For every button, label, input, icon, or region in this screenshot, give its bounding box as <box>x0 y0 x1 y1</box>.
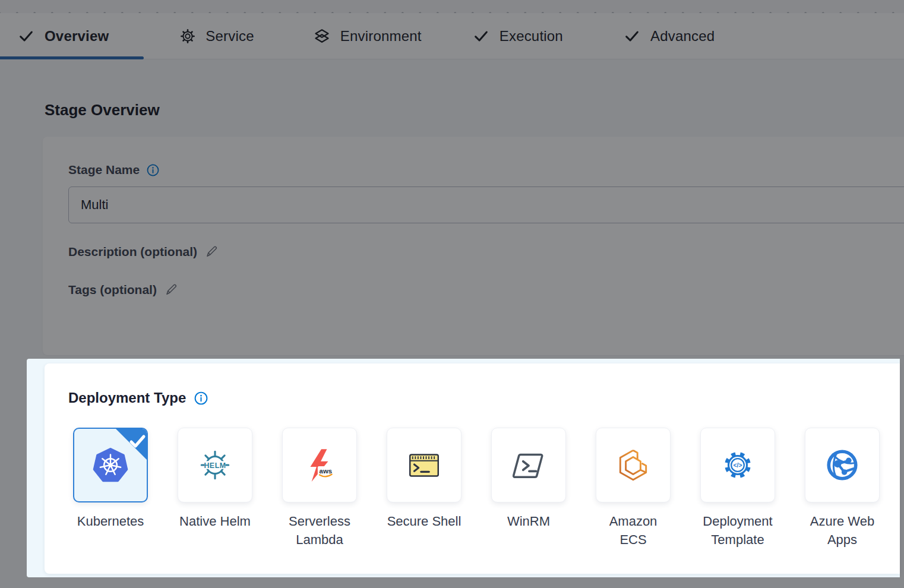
deployment-option-label: Amazon ECS <box>596 512 671 549</box>
deployment-option-deployment-template[interactable]: </> Deployment Template <box>700 428 805 549</box>
amazon-ecs-icon <box>615 447 652 483</box>
deployment-option-label: Kubernetes <box>73 512 148 530</box>
deployment-option-winrm[interactable]: WinRM <box>491 428 596 549</box>
deployment-option-label: Native Helm <box>178 512 252 530</box>
deployment-option-label: Secure Shell <box>387 512 462 530</box>
deployment-option-serverless-lambda[interactable]: aws Serverless Lambda <box>282 428 387 549</box>
deployment-option-label: Serverless Lambda <box>282 512 357 549</box>
deployment-option-amazon-ecs[interactable]: Amazon ECS <box>596 428 700 549</box>
stage-config-screen: Overview Service <box>0 0 904 588</box>
azure-web-apps-tile <box>805 428 880 502</box>
selected-check-corner <box>115 428 147 460</box>
svg-text:HELM: HELM <box>204 461 226 470</box>
amazon-ecs-tile <box>596 428 671 502</box>
kubernetes-tile <box>73 428 148 502</box>
secure-shell-tile <box>387 428 462 502</box>
deployment-option-secure-shell[interactable]: Secure Shell <box>387 428 491 549</box>
deployment-type-card: Deployment Type <box>45 363 900 574</box>
azure-globe-icon <box>824 447 861 483</box>
native-helm-tile: HELM <box>178 428 252 502</box>
info-icon[interactable] <box>194 391 208 405</box>
winrm-tile <box>491 428 566 502</box>
deployment-options: Kubernetes HE <box>73 428 904 549</box>
deployment-option-label: WinRM <box>491 512 566 530</box>
deployment-template-tile: </> <box>700 428 775 502</box>
deployment-option-native-helm[interactable]: HELM Native Helm <box>178 428 282 549</box>
helm-icon: HELM <box>197 447 233 483</box>
deployment-type-panel: Deployment Type <box>27 359 900 577</box>
svg-text:</>: </> <box>734 462 742 469</box>
powershell-icon <box>510 447 547 483</box>
serverless-lambda-tile: aws <box>282 428 357 502</box>
deployment-option-label: Azure Web Apps <box>805 512 880 549</box>
terminal-icon <box>406 447 442 483</box>
deployment-option-label: Deployment Template <box>700 512 775 549</box>
serverless-aws-icon: aws <box>301 447 338 483</box>
gear-code-icon: </> <box>719 447 756 483</box>
svg-text:aws: aws <box>320 467 332 475</box>
deployment-option-azure-web-apps[interactable]: Azure Web Apps <box>805 428 904 549</box>
deployment-type-title: Deployment Type <box>68 390 186 406</box>
deployment-option-kubernetes[interactable]: Kubernetes <box>73 428 178 549</box>
